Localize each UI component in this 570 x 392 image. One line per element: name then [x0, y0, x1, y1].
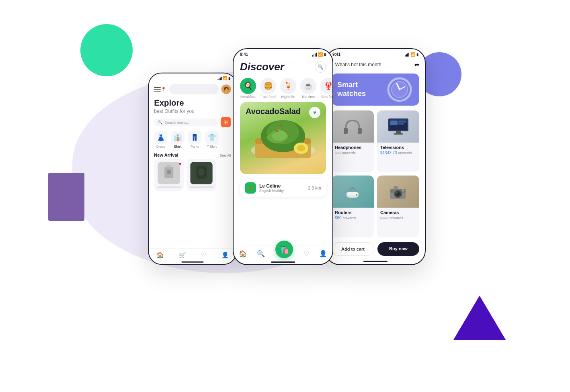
cat-label-pants: Pants: [191, 145, 199, 149]
search-icon-left: 🔍: [158, 120, 162, 124]
svg-point-11: [286, 129, 288, 130]
televisions-info: Televisions $1343.73 onwards: [377, 143, 419, 157]
svg-rect-25: [398, 120, 406, 122]
televisions-name: Televisions: [380, 145, 416, 150]
nav-wishlist-left[interactable]: ♡: [201, 251, 206, 258]
product-price-bar-2: [190, 186, 213, 188]
hamburger-menu[interactable]: [154, 87, 161, 92]
new-arrival-title: New Arrival: [154, 153, 178, 158]
svg-point-31: [356, 194, 357, 196]
food-cat-teatime[interactable]: ☕ Tea time: [300, 78, 316, 99]
category-shirt[interactable]: 👔 Shirt: [171, 131, 185, 149]
buy-now-button[interactable]: Buy now: [377, 242, 419, 256]
restaurant-distance: 2.3 km: [308, 186, 321, 190]
restaurant-card: 🌿 Le Céline English healthy 2.3 km: [240, 179, 326, 197]
product-routers[interactable]: Routers $60 onwards: [332, 176, 374, 237]
svg-point-4: [199, 168, 205, 176]
explore-subtitle: best Outfits for you: [154, 108, 231, 114]
search-box[interactable]: 🔍 Search items...: [154, 118, 217, 126]
nav-profile-left[interactable]: 👤: [221, 251, 229, 258]
food-cat-breakfast[interactable]: 🍳 Breakfast: [240, 78, 256, 99]
food-cat-nightlife[interactable]: 🍹 Night life: [280, 78, 296, 99]
svg-rect-26: [398, 123, 404, 125]
food-cat-label-fastfood: Fast food: [260, 95, 276, 99]
add-to-cart-button[interactable]: Add to cart: [332, 242, 374, 256]
phones-container: 📶 ▮ 📍 🧑 Explore best Outfits for you: [56, 48, 514, 273]
discover-search-button[interactable]: 🔍: [315, 61, 326, 73]
televisions-price: $1343.73 onwards: [380, 151, 416, 155]
phone-center: 9:41 📶 ▮ Discover 🔍: [233, 48, 333, 265]
nav-home-left[interactable]: 🏠: [156, 251, 164, 258]
product-card-1[interactable]: ♥: [154, 159, 184, 191]
cat-label-tshirt: T-Shirt: [207, 145, 217, 149]
product-card-2[interactable]: [187, 159, 216, 191]
page-title-right: What's hot this month: [335, 62, 381, 67]
bottom-nav-left: 🏠 🛒 ♡ 👤: [149, 248, 236, 261]
time-right: 9:41: [332, 52, 340, 57]
cat-label-shirt: Shirt: [174, 145, 182, 149]
phone-right: 9:41 📶 ▮ ‹ What's hot this month: [325, 48, 426, 265]
category-tshirt[interactable]: 👕 T-Shirt: [205, 131, 218, 149]
filter-icon: ⊞: [223, 119, 228, 125]
headphones-name: Headphones: [335, 145, 371, 150]
routers-info: Routers $60 onwards: [332, 208, 374, 223]
svg-point-19: [399, 89, 400, 90]
product-cameras[interactable]: Cameras $180 onwards: [377, 176, 419, 237]
svg-rect-28: [394, 133, 403, 135]
cameras-price: $180 onwards: [380, 216, 416, 220]
hot-header: ‹ What's hot this month ⇌: [326, 58, 425, 71]
svg-point-39: [396, 192, 398, 194]
battery-icon-center: ▮: [324, 53, 326, 57]
product-headphones[interactable]: Headphones $99 onwards: [332, 110, 374, 172]
products-row: ♥: [149, 159, 236, 191]
nav-cart-left[interactable]: 🛒: [179, 251, 186, 258]
wifi-icon-right: 📶: [410, 52, 415, 57]
nav-home-center[interactable]: 🏠: [239, 250, 247, 257]
router-image: [332, 176, 374, 208]
smart-watches-banner[interactable]: Smart watches: [332, 74, 419, 106]
category-pants[interactable]: 👖 Pants: [188, 131, 201, 149]
products-grid: Headphones $99 onwards: [326, 108, 425, 240]
time-center: 9:41: [240, 52, 248, 57]
product-image-2: [190, 162, 212, 184]
wifi-icon-center: 📶: [318, 52, 323, 57]
bottom-nav-center: 🏠 🔍 🛍️ ♡ 👤: [234, 245, 332, 261]
nav-profile-center[interactable]: 👤: [319, 250, 327, 257]
svg-point-40: [402, 189, 404, 192]
watch-graphic: [385, 76, 414, 104]
status-bar-right: 9:41 📶 ▮: [326, 49, 425, 58]
svg-point-1: [167, 170, 171, 174]
camera-image: [377, 176, 419, 208]
product-televisions[interactable]: Televisions $1343.73 onwards: [377, 110, 419, 172]
svg-rect-24: [390, 120, 398, 125]
nav-search-center[interactable]: 🔍: [257, 250, 265, 257]
nav-wishlist-center[interactable]: ♡: [303, 250, 309, 257]
svg-rect-35: [394, 186, 398, 190]
routers-price: $60 onwards: [335, 216, 371, 220]
bg-triangle: [453, 296, 506, 340]
filter-button[interactable]: ⊞: [221, 117, 231, 127]
svg-rect-21: [358, 128, 362, 134]
search-placeholder: Search items...: [164, 120, 189, 124]
battery-icon-right: ▮: [416, 53, 418, 57]
hot-bottom-buttons: Add to cart Buy now: [326, 240, 425, 260]
svg-point-14: [297, 145, 305, 151]
restaurant-name: Le Céline: [259, 183, 284, 189]
location-icon: 📍: [161, 87, 166, 92]
back-button[interactable]: ‹ What's hot this month: [332, 61, 381, 68]
svg-rect-2: [167, 165, 171, 167]
see-all-button[interactable]: See All: [219, 153, 231, 157]
discover-header: Discover 🔍: [234, 58, 332, 76]
category-dress[interactable]: 👗 Dress: [154, 131, 167, 149]
svg-rect-27: [396, 131, 401, 133]
filter-sliders-icon[interactable]: ⇌: [414, 61, 419, 68]
restaurant-type: English healthy: [259, 189, 284, 193]
food-cat-label-teatime: Tea time: [301, 95, 315, 99]
product-image-1: [158, 162, 180, 184]
food-cat-fastfood[interactable]: 🍔 Fast food: [260, 78, 276, 99]
battery-icon-left: ▮: [228, 76, 230, 80]
food-cat-seafood[interactable]: 🦞 Sea food: [320, 78, 332, 99]
status-bar-left: 📶 ▮: [149, 74, 236, 82]
fab-cart-button[interactable]: 🛍️: [275, 241, 293, 258]
food-hero-heart[interactable]: ♥: [309, 107, 320, 118]
